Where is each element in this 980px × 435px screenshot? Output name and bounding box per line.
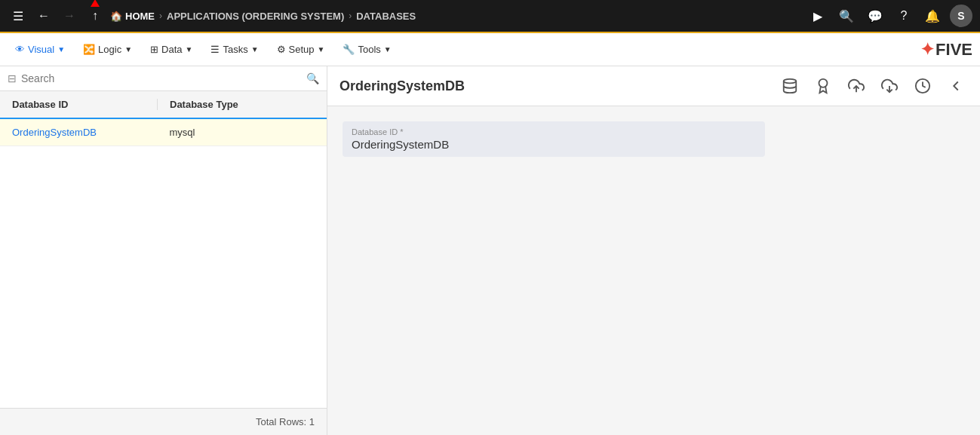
back-icon[interactable]: ← bbox=[33, 5, 54, 26]
search-input[interactable] bbox=[21, 72, 302, 84]
setup-dropdown-icon: ▼ bbox=[318, 45, 325, 54]
logic-dropdown-icon: ▼ bbox=[124, 45, 132, 54]
eye-icon: 👁 bbox=[15, 44, 25, 55]
table-row[interactable]: OrderingSystemDB mysql bbox=[0, 119, 327, 146]
right-panel: OrderingSystemDB bbox=[327, 66, 980, 435]
nav-item-data[interactable]: ⊞ Data ▼ bbox=[143, 39, 200, 60]
avatar[interactable]: S bbox=[950, 5, 972, 27]
left-panel: ⊟ 🔍 Database ID Database Type OrderingSy… bbox=[0, 66, 327, 435]
nav-item-tasks[interactable]: ☰ Tasks ▼ bbox=[203, 39, 266, 60]
cell-db-type: mysql bbox=[158, 127, 315, 138]
history-icon-btn[interactable] bbox=[911, 74, 935, 98]
help-icon[interactable]: ? bbox=[892, 5, 915, 27]
tasks-dropdown-icon: ▼ bbox=[251, 45, 259, 54]
panel-back-icon-btn[interactable] bbox=[944, 74, 968, 98]
cell-db-id: OrderingSystemDB bbox=[12, 127, 158, 138]
search-icon: 🔍 bbox=[306, 72, 319, 84]
col-header-db-type: Database Type bbox=[157, 99, 315, 110]
svg-point-1 bbox=[819, 79, 828, 87]
tools-dropdown-icon: ▼ bbox=[384, 45, 392, 54]
breadcrumb: 🏠 HOME › APPLICATIONS (ORDERING SYSTEM) … bbox=[110, 11, 802, 22]
right-panel-header: OrderingSystemDB bbox=[327, 66, 980, 106]
nav-item-setup[interactable]: ⚙ Setup ▼ bbox=[269, 39, 333, 60]
download-icon-btn[interactable] bbox=[877, 74, 902, 98]
data-icon: ⊞ bbox=[150, 44, 158, 55]
panel-title: OrderingSystemDB bbox=[339, 78, 769, 94]
database-id-label: Database ID * bbox=[352, 127, 756, 136]
right-panel-body: Database ID * OrderingSystemDB bbox=[327, 106, 980, 435]
upload-icon-btn[interactable] bbox=[844, 74, 868, 98]
left-panel-footer: Total Rows: 1 bbox=[0, 408, 327, 435]
nav-item-visual[interactable]: 👁 Visual ▼ bbox=[8, 39, 72, 60]
breadcrumb-app[interactable]: APPLICATIONS (ORDERING SYSTEM) bbox=[167, 11, 344, 22]
five-logo: ✦ FIVE bbox=[920, 40, 972, 60]
database-id-value: OrderingSystemDB bbox=[352, 138, 756, 151]
main-content: ⊟ 🔍 Database ID Database Type OrderingSy… bbox=[0, 66, 980, 435]
logic-icon: 🔀 bbox=[83, 44, 95, 55]
forward-icon[interactable]: → bbox=[59, 5, 80, 26]
secondary-navigation: 👁 Visual ▼ 🔀 Logic ▼ ⊞ Data ▼ ☰ Tasks ▼ … bbox=[0, 33, 980, 66]
nav-item-logic[interactable]: 🔀 Logic ▼ bbox=[75, 39, 140, 60]
visual-dropdown-icon: ▼ bbox=[57, 45, 65, 54]
data-dropdown-icon: ▼ bbox=[186, 45, 193, 54]
chat-icon[interactable]: 💬 bbox=[864, 5, 886, 27]
svg-point-0 bbox=[784, 79, 797, 84]
filter-icon: ⊟ bbox=[8, 72, 17, 84]
search-top-icon[interactable]: 🔍 bbox=[835, 5, 858, 27]
breadcrumb-home[interactable]: 🏠 HOME bbox=[110, 11, 155, 22]
top-navigation-bar: ☰ ← → ↑ 🏠 HOME › APPLICATIONS (ORDERING … bbox=[0, 0, 980, 33]
search-bar: ⊟ 🔍 bbox=[0, 66, 327, 91]
top-bar-right-icons: ▶ 🔍 💬 ? 🔔 S bbox=[806, 5, 972, 27]
table-header: Database ID Database Type bbox=[0, 91, 327, 119]
breadcrumb-sep-1: › bbox=[159, 11, 162, 21]
setup-icon: ⚙ bbox=[277, 44, 286, 55]
badge-icon-btn[interactable] bbox=[811, 74, 835, 98]
breadcrumb-databases[interactable]: DATABASES bbox=[356, 11, 416, 22]
database-icon-btn[interactable] bbox=[778, 74, 802, 98]
col-header-db-id: Database ID bbox=[12, 99, 157, 110]
home-icon: 🏠 bbox=[110, 11, 122, 22]
nav-item-tools[interactable]: 🔧 Tools ▼ bbox=[335, 39, 398, 60]
tools-icon: 🔧 bbox=[343, 44, 355, 55]
notification-icon[interactable]: 🔔 bbox=[921, 5, 944, 27]
upload-nav-icon[interactable]: ↑ bbox=[84, 5, 106, 26]
menu-icon[interactable]: ☰ bbox=[8, 5, 29, 26]
breadcrumb-sep-2: › bbox=[349, 11, 352, 21]
play-icon[interactable]: ▶ bbox=[806, 5, 829, 27]
database-id-field: Database ID * OrderingSystemDB bbox=[343, 121, 765, 157]
tasks-icon: ☰ bbox=[210, 44, 220, 55]
